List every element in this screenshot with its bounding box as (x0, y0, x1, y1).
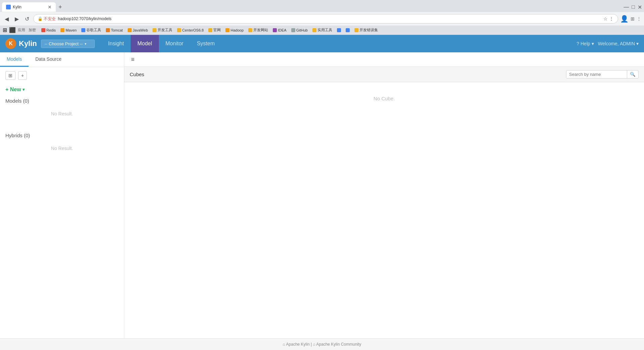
hamburger-button[interactable]: ≡ (128, 55, 137, 64)
tab-favicon (6, 5, 11, 9)
kylin-logo: K Kylin (5, 38, 37, 49)
star-icon[interactable]: ☆ (603, 16, 608, 21)
bookmark-centos[interactable]: CenterOS6.8 (175, 28, 206, 33)
search-icon: 🔍 (630, 72, 636, 77)
back-button[interactable]: ◀ (3, 15, 11, 23)
maven-favicon (60, 28, 65, 32)
bookmark-maven[interactable]: Maven (58, 28, 79, 33)
redis-favicon (41, 28, 45, 32)
hybrids-section-header: Hybrids (0) (0, 129, 124, 140)
bookmark-g-icon[interactable] (335, 28, 343, 33)
security-icon: 🔒 不安全 (38, 16, 56, 22)
help-label: Help (581, 41, 590, 46)
bookmark-idea[interactable]: IDEA (271, 28, 289, 33)
help-arrow: ▾ (592, 41, 594, 46)
footer-icon-kylin: ⌂ (283, 342, 286, 347)
hamburger-icon: ≡ (131, 56, 135, 63)
new-button[interactable]: + New ▾ (5, 87, 25, 93)
welcome-user[interactable]: Welcome, ADMIN ▾ (598, 41, 639, 46)
search-input[interactable] (566, 70, 627, 78)
nav-items: Insight Model Monitor System (101, 35, 221, 52)
add-model-button[interactable]: + (18, 71, 27, 80)
bookmark-jm: 加密 (29, 28, 36, 33)
javaweb-favicon (128, 28, 132, 32)
cubes-title: Cubes (130, 71, 566, 77)
bookmark-tomcat[interactable]: Tomcat (104, 28, 125, 33)
reload-button[interactable]: ↺ (23, 15, 31, 23)
bookmark-g2-icon[interactable] (344, 28, 352, 33)
menu-icon[interactable]: ⋮ (609, 16, 614, 21)
sidebar-tabs: Models Data Source (0, 52, 124, 67)
tools-favicon (312, 28, 316, 32)
footer-link-kylin[interactable]: Apache Kylin (286, 342, 310, 347)
hybrids-section: Hybrids (0) No Result. (0, 129, 124, 156)
bookmark-google-tools[interactable]: 谷歌工具 (79, 27, 103, 33)
devsite-favicon (248, 28, 252, 32)
new-tab-button[interactable]: + (56, 4, 65, 11)
footer-icon-community: ⌂ (313, 342, 316, 347)
new-button-container: + New ▾ (0, 84, 124, 94)
search-button[interactable]: 🔍 (627, 70, 638, 78)
error-favicon (354, 28, 358, 32)
apps-icon[interactable]: ⬛ (9, 27, 16, 33)
bookmark-tools[interactable]: 实用工具 (310, 27, 334, 33)
profile-icon[interactable]: 👤 (620, 15, 629, 23)
tab-close-icon[interactable]: ✕ (48, 4, 52, 10)
extensions-icon[interactable]: ⊞ (631, 16, 635, 21)
grid-icon[interactable]: ⊞ (3, 27, 7, 33)
forward-button[interactable]: ▶ (13, 15, 21, 23)
close-browser-button[interactable]: ✕ (638, 4, 642, 10)
g-favicon (337, 28, 341, 32)
browser-menu-icon[interactable]: ⋮ (637, 16, 641, 21)
bookmark-official[interactable]: 官网 (206, 27, 223, 33)
idea-favicon (273, 28, 277, 32)
no-cube-message: No Cube. (124, 82, 644, 115)
models-section-header: Models (0) (0, 94, 124, 106)
bookmark-javaweb[interactable]: JavaWeb (126, 28, 150, 33)
bookmark-error-coll[interactable]: 开发错误集 (352, 27, 380, 33)
nav-item-monitor[interactable]: Monitor (159, 35, 190, 52)
minimize-button[interactable]: — (624, 4, 629, 10)
github-favicon (291, 28, 295, 32)
tab-title: Kylin (13, 5, 46, 9)
sidebar-toolbar: ⊞ + (0, 67, 124, 84)
help-button[interactable]: ? Help ▾ (576, 41, 594, 46)
project-selector[interactable]: -- Choose Project -- ▾ (41, 40, 95, 48)
g2-favicon (346, 28, 350, 32)
nav-item-system[interactable]: System (190, 35, 221, 52)
project-selector-text: -- Choose Project -- (45, 41, 83, 46)
bookmark-apps: 应用 (18, 28, 25, 33)
sidebar: Models Data Source ⊞ + + New ▾ (0, 52, 124, 338)
maximize-button[interactable]: □ (632, 4, 635, 10)
plus-icon: + (21, 73, 24, 78)
panel-toolbar: ≡ (124, 52, 644, 67)
bookmark-hadoop[interactable]: Hadoop (223, 28, 246, 33)
welcome-label: Welcome, ADMIN (598, 41, 635, 46)
google-tools-favicon (81, 28, 85, 32)
hadoop-favicon (225, 28, 229, 32)
nav-item-insight[interactable]: Insight (101, 35, 131, 52)
models-no-result: No Result. (0, 106, 124, 122)
footer: ⌂ Apache Kylin | ⌂ Apache Kylin Communit… (0, 338, 644, 350)
kylin-logo-icon: K (5, 38, 16, 49)
project-selector-arrow: ▾ (85, 42, 86, 46)
footer-link-community[interactable]: Apache Kylin Community (316, 342, 361, 347)
address-bar[interactable]: 🔒 不安全 hadoop102:7070/kylin/models ☆ ⋮ (33, 14, 618, 23)
official-favicon (208, 28, 212, 32)
bookmark-devtools[interactable]: 开发工具 (151, 27, 174, 33)
tab-models[interactable]: Models (0, 52, 29, 67)
top-navigation: K Kylin -- Choose Project -- ▾ Insight M… (0, 35, 644, 52)
grid-view-button[interactable]: ⊞ (5, 71, 15, 80)
bookmark-devsite[interactable]: 开发网站 (246, 27, 270, 33)
new-button-arrow: ▾ (23, 87, 25, 92)
nav-right: ? Help ▾ Welcome, ADMIN ▾ (576, 41, 639, 46)
devtools-favicon (153, 28, 157, 32)
bookmark-redis[interactable]: Redis (39, 28, 58, 33)
tab-datasource[interactable]: Data Source (29, 52, 68, 67)
active-tab[interactable]: Kylin ✕ (2, 2, 56, 12)
bookmark-github[interactable]: GitHub (289, 28, 310, 33)
centos-favicon (177, 28, 181, 32)
nav-item-model[interactable]: Model (131, 35, 159, 52)
grid-icon: ⊞ (8, 73, 12, 78)
search-box: 🔍 (566, 70, 639, 79)
